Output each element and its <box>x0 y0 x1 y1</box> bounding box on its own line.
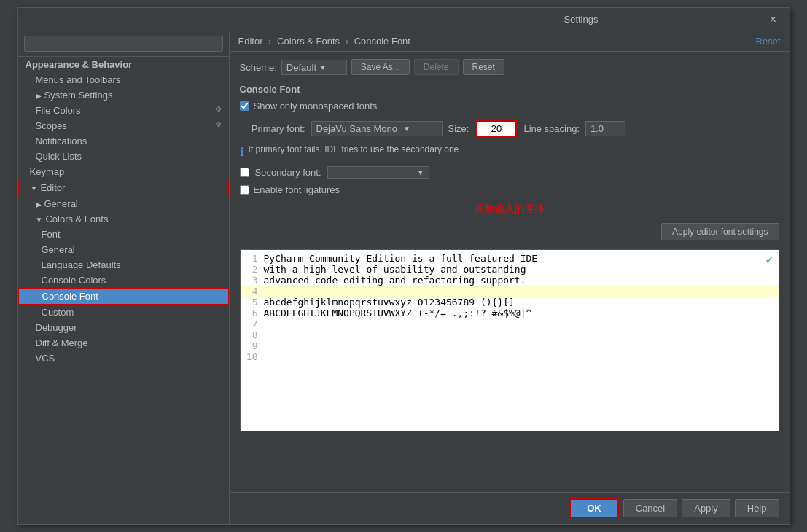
preview-line-4: 4 <box>241 286 779 297</box>
sidebar-label: Editor <box>40 182 65 193</box>
apply-button[interactable]: Apply <box>682 499 730 517</box>
sidebar-item-debugger[interactable]: Debugger <box>18 320 229 335</box>
line-spacing-label: Line spacing: <box>523 123 580 134</box>
scheme-label: Scheme: <box>240 62 277 73</box>
preview-line-10: 10 <box>241 351 779 362</box>
reset-scheme-button[interactable]: Reset <box>463 59 504 75</box>
breadcrumb-console-font: Console Font <box>354 36 410 47</box>
save-as-button[interactable]: Save As... <box>351 59 410 75</box>
main-panel: Editor › Colors & Fonts › Console Font R… <box>230 31 790 524</box>
scopes-icon: ⚙ <box>215 120 222 128</box>
ligatures-row: Enable font ligatures <box>240 184 779 195</box>
title-bar: Settings × <box>18 8 790 31</box>
sidebar-label: System Settings <box>44 90 113 101</box>
arrow-icon: ▼ <box>31 184 38 192</box>
sidebar-item-colors-fonts[interactable]: ▼Colors & Fonts <box>18 211 229 227</box>
sidebar: Appearance & Behavior Menus and Toolbars… <box>18 31 230 524</box>
monospaced-row: Show only monospaced fonts <box>240 101 779 112</box>
settings-dialog: Settings × Appearance & Behavior Menus a… <box>17 7 790 525</box>
close-button[interactable]: × <box>766 12 781 27</box>
sidebar-label: Colors & Fonts <box>45 214 108 224</box>
help-button[interactable]: Help <box>735 499 779 517</box>
sidebar-item-custom[interactable]: Custom <box>18 305 229 320</box>
sidebar-item-diff-merge[interactable]: Diff & Merge <box>18 335 229 351</box>
sidebar-label: Menus and Toolbars <box>36 74 121 85</box>
line-text-1: PyCharm Community Edition is a full-feat… <box>264 253 538 264</box>
info-row: ℹ If primary font fails, IDE tries to us… <box>240 144 779 159</box>
apply-font-settings-button[interactable]: Apply editor font settings <box>661 223 779 240</box>
sidebar-label: Notifications <box>36 136 87 146</box>
content-area: Appearance & Behavior Menus and Toolbars… <box>18 31 790 524</box>
sidebar-label: General <box>44 198 78 209</box>
sidebar-item-appearance[interactable]: Appearance & Behavior <box>18 57 229 72</box>
primary-font-dropdown[interactable]: DejaVu Sans Mono ▼ <box>311 121 443 136</box>
sidebar-item-general-colors[interactable]: General <box>18 242 229 257</box>
info-text: If primary font fails, IDE tries to use … <box>249 144 459 154</box>
primary-font-row: Primary font: DejaVu Sans Mono ▼ Size: L… <box>240 119 779 138</box>
sidebar-label: Appearance & Behavior <box>26 59 133 70</box>
preview-line-9: 9 <box>241 340 779 351</box>
sidebar-label: Language Defaults <box>42 259 121 270</box>
sidebar-label: Scopes <box>36 120 67 131</box>
monospaced-label: Show only monospaced fonts <box>254 101 378 112</box>
dialog-title: Settings <box>397 14 766 25</box>
size-wrap <box>475 119 518 138</box>
sidebar-label: File Colors <box>36 105 81 116</box>
line-num-1: 1 <box>241 253 258 264</box>
secondary-font-dropdown[interactable]: ▼ <box>327 166 429 179</box>
sidebar-item-filecolors[interactable]: File Colors ⚙ <box>18 103 229 118</box>
sidebar-item-editor[interactable]: ▼Editor <box>18 179 229 196</box>
line-num-8: 8 <box>241 329 258 340</box>
preview-line-6: 6 ABCDEFGHIJKLMNOPQRSTUVWXYZ +-*/= .,;:!… <box>241 308 779 318</box>
ligatures-label: Enable font ligatures <box>254 184 340 195</box>
preview-line-8: 8 <box>241 329 779 340</box>
sidebar-item-console-font[interactable]: Console Font <box>18 288 229 305</box>
line-text-3: advanced code editing and refactoring su… <box>264 275 526 286</box>
cancel-button[interactable]: Cancel <box>623 499 677 517</box>
search-input[interactable] <box>24 36 223 52</box>
scheme-row: Scheme: Default ▼ Save As... Delete Rese… <box>240 59 779 75</box>
sidebar-item-quicklists[interactable]: Quick Lists <box>18 149 229 164</box>
line-text-2: with a high level of usability and outst… <box>264 264 526 275</box>
sidebar-item-menus[interactable]: Menus and Toolbars <box>18 72 229 87</box>
monospaced-checkbox[interactable] <box>240 101 249 111</box>
scheme-value: Default <box>286 62 316 73</box>
sidebar-label: General <box>42 244 75 255</box>
ligatures-checkbox[interactable] <box>240 185 249 195</box>
sidebar-item-font[interactable]: Font <box>18 227 229 242</box>
sidebar-label: Quick Lists <box>36 151 82 162</box>
sidebar-item-keymap[interactable]: Keymap <box>18 164 229 179</box>
arrow-icon: ▼ <box>36 216 43 224</box>
line-num-4: 4 <box>241 286 258 297</box>
sidebar-item-scopes[interactable]: Scopes ⚙ <box>18 118 229 133</box>
console-font-section-label: Console Font <box>240 84 779 95</box>
preview-line-2: 2 with a high level of usability and out… <box>241 264 779 275</box>
scheme-dropdown[interactable]: Default ▼ <box>281 60 347 75</box>
sidebar-item-notifications[interactable]: Notifications <box>18 133 229 149</box>
delete-button[interactable]: Delete <box>414 59 459 75</box>
sidebar-item-vcs[interactable]: VCS <box>18 351 229 366</box>
breadcrumb-reset-link[interactable]: Reset <box>756 36 781 47</box>
primary-font-label: Primary font: <box>240 123 305 134</box>
sidebar-label: Font <box>42 229 61 240</box>
sidebar-item-system[interactable]: ▶System Settings <box>18 87 229 103</box>
preview-line-7: 7 <box>241 318 779 329</box>
secondary-checkbox[interactable] <box>240 168 249 177</box>
line-num-3: 3 <box>241 275 258 286</box>
file-colors-icon: ⚙ <box>215 105 222 113</box>
arrow-icon: ▶ <box>36 92 42 100</box>
settings-content: Scheme: Default ▼ Save As... Delete Rese… <box>230 52 790 492</box>
ok-button[interactable]: OK <box>569 498 619 518</box>
breadcrumb-bar: Editor › Colors & Fonts › Console Font R… <box>230 31 790 52</box>
primary-font-dropdown-icon: ▼ <box>403 125 410 133</box>
sidebar-item-console-colors[interactable]: Console Colors <box>18 273 229 288</box>
sidebar-item-general[interactable]: ▶General <box>18 196 229 211</box>
search-wrap <box>18 31 229 57</box>
sidebar-label: Debugger <box>36 322 77 333</box>
breadcrumb-colors-fonts: Colors & Fonts <box>277 36 340 47</box>
size-input[interactable] <box>476 120 516 137</box>
line-spacing-input[interactable] <box>585 121 625 136</box>
scheme-dropdown-icon: ▼ <box>319 63 327 71</box>
line-num-6: 6 <box>241 308 258 318</box>
sidebar-item-lang-defaults[interactable]: Language Defaults <box>18 257 229 273</box>
